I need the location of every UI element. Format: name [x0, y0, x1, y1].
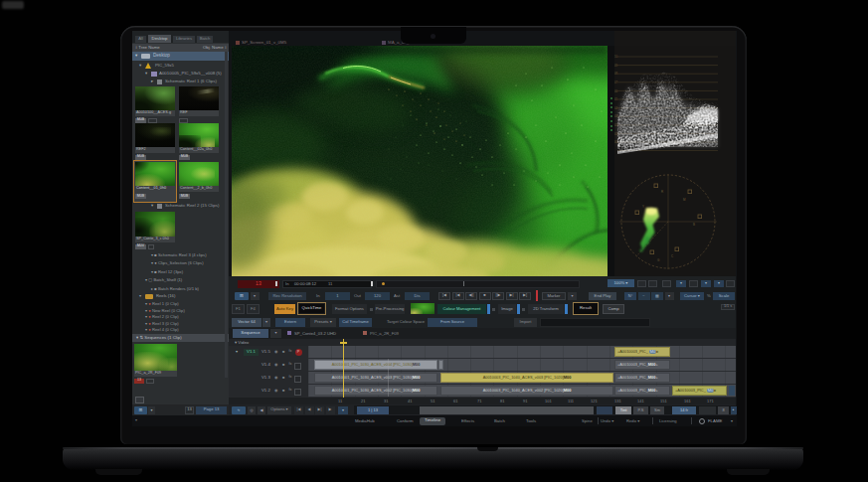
svg-text:B: B [693, 223, 695, 227]
svg-text:07: 07 [614, 80, 618, 84]
svg-text:05: 05 [614, 97, 618, 101]
svg-text:09: 09 [614, 64, 618, 68]
svg-text:Y: Y [642, 205, 644, 209]
svg-text:10: 10 [614, 55, 618, 59]
svg-text:06: 06 [614, 89, 618, 93]
svg-text:04: 04 [614, 106, 618, 110]
svg-text:08: 08 [614, 72, 618, 76]
